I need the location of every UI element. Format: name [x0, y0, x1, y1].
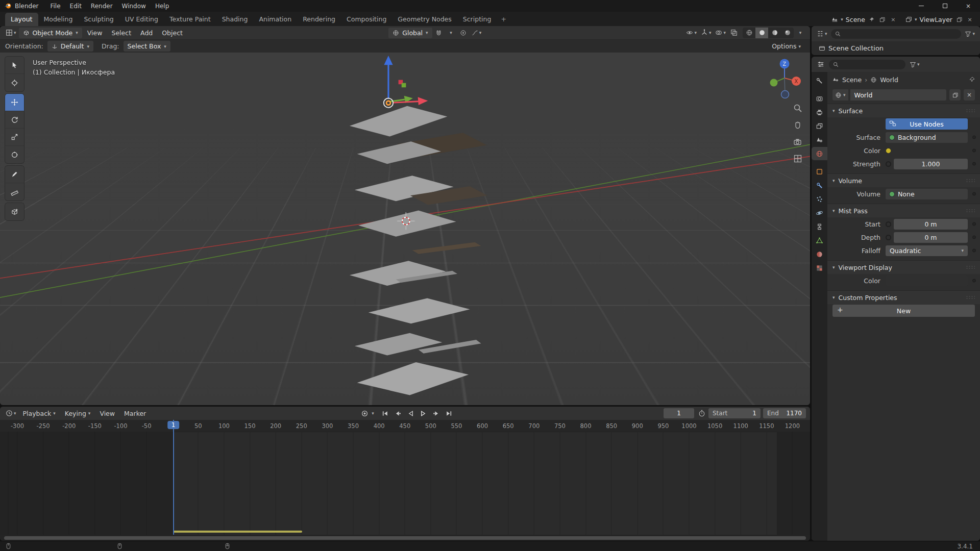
surface-shader-field[interactable]: Background	[886, 132, 968, 143]
world-name-field[interactable]: World	[850, 89, 946, 101]
remove-view-layer-button[interactable]: ×	[966, 15, 974, 23]
properties-tab-texture[interactable]	[812, 261, 827, 274]
gizmos-dropdown[interactable]: ▾	[699, 28, 713, 38]
mist-depth-field[interactable]: 0 m	[894, 232, 968, 243]
workspace-tab[interactable]: Animation	[253, 13, 297, 26]
shading-solid-button[interactable]	[755, 28, 768, 38]
zoom-icon[interactable]	[793, 104, 802, 113]
timeline-scrollbar[interactable]	[4, 536, 806, 540]
mist-falloff-dropdown[interactable]: Quadratic ▾	[886, 245, 968, 256]
tool-cursor[interactable]	[5, 74, 24, 91]
animate-property-dot[interactable]	[972, 162, 976, 166]
properties-tab-object[interactable]	[812, 165, 827, 178]
animate-property-dot[interactable]	[972, 192, 976, 196]
properties-tab-render[interactable]	[812, 92, 827, 105]
properties-tab-constraints[interactable]	[812, 220, 827, 233]
tool-add-cube[interactable]	[5, 203, 24, 220]
proportional-editing-toggle[interactable]	[458, 28, 469, 38]
properties-tab-modifiers[interactable]	[812, 179, 827, 192]
timeline-ruler[interactable]: -300-250-200-150-100-5050100150200250300…	[0, 420, 810, 432]
properties-tab-physics[interactable]	[812, 206, 827, 219]
plane-object[interactable]	[350, 261, 446, 286]
gizmo-x-arrow[interactable]	[394, 102, 419, 103]
viewport-menu-item[interactable]: Add	[136, 28, 157, 38]
view-layer-selector[interactable]: ▾ ViewLayer ×	[902, 14, 977, 24]
menubar-item[interactable]: Window	[117, 1, 151, 11]
mist-start-field[interactable]: 0 m	[894, 219, 968, 230]
properties-filter-button[interactable]: ▾	[908, 59, 921, 70]
overlays-dropdown[interactable]: ▾	[714, 28, 727, 38]
auto-keying-toggle[interactable]	[359, 408, 370, 418]
proportional-falloff-dropdown[interactable]: ▾	[470, 28, 483, 38]
use-nodes-button[interactable]: Use Nodes	[886, 118, 968, 130]
timeline-dopesheet[interactable]	[0, 432, 810, 535]
gizmo-plane-handle-y[interactable]	[402, 83, 406, 88]
add-workspace-button[interactable]: +	[497, 13, 510, 26]
workspace-tab[interactable]: Sculpting	[78, 13, 119, 26]
delete-scene-button[interactable]: ×	[889, 15, 897, 23]
animate-property-dot[interactable]	[972, 279, 976, 283]
properties-tab-world[interactable]	[812, 147, 827, 160]
mist-pass-panel-header[interactable]: ▾ Mist Pass	[827, 204, 980, 217]
shading-rendered-button[interactable]	[781, 28, 794, 38]
editor-type-button[interactable]: ▾	[4, 408, 18, 419]
options-dropdown[interactable]: Options ▾	[768, 41, 805, 52]
volume-panel-header[interactable]: ▾ Volume	[827, 174, 980, 187]
jump-to-start-button[interactable]	[380, 408, 391, 418]
current-frame-field[interactable]: 1	[664, 408, 694, 418]
plane-object-dark[interactable]	[412, 242, 481, 254]
scene-selector[interactable]: ▾ Scene ×	[828, 14, 900, 24]
playhead[interactable]: 1	[173, 420, 174, 535]
workspace-tab[interactable]: UV Editing	[119, 13, 164, 26]
tool-scale[interactable]	[5, 129, 24, 146]
animate-property-dot[interactable]	[972, 136, 976, 139]
object-visibility-dropdown[interactable]: ▾	[684, 28, 698, 38]
color-socket-icon[interactable]	[886, 148, 891, 154]
plane-object[interactable]	[357, 362, 469, 395]
navigation-gizmo[interactable]: Z X	[763, 56, 806, 98]
orientation-setting-dropdown[interactable]: Default ▾	[47, 41, 93, 52]
breadcrumb-world[interactable]: World	[880, 76, 898, 84]
maximize-button[interactable]	[933, 0, 957, 12]
tool-move[interactable]	[5, 94, 24, 111]
tool-transform[interactable]	[5, 146, 24, 163]
editor-type-button[interactable]: ▾	[4, 28, 18, 38]
volume-shader-field[interactable]: None	[886, 189, 968, 199]
workspace-tab[interactable]: Texture Paint	[164, 13, 216, 26]
new-view-layer-button[interactable]	[955, 15, 963, 23]
viewport-menu-item[interactable]: View	[83, 28, 107, 38]
mode-dropdown[interactable]: Object Mode ▾	[19, 28, 82, 38]
add-custom-property-button[interactable]: + New	[832, 305, 975, 317]
browse-world-button[interactable]: ▾	[832, 89, 848, 101]
properties-tab-view-layer[interactable]	[812, 119, 827, 133]
gizmo-y-axis-dot[interactable]	[770, 79, 778, 87]
animate-property-dot[interactable]	[972, 149, 976, 153]
workspace-tab[interactable]: Scripting	[457, 13, 497, 26]
next-keyframe-button[interactable]	[431, 408, 442, 418]
timeline-menu-item[interactable]: Marker	[120, 408, 150, 419]
properties-tab-output[interactable]	[812, 106, 827, 119]
breadcrumb-scene[interactable]: Scene	[842, 76, 862, 84]
properties-tab-object-data[interactable]	[812, 234, 827, 247]
plane-objects[interactable]	[350, 106, 487, 395]
properties-tab-scene[interactable]	[812, 133, 827, 146]
jump-to-end-button[interactable]	[444, 408, 455, 418]
properties-tab-material[interactable]	[812, 247, 827, 261]
snap-dropdown[interactable]: ▾	[446, 28, 457, 38]
viewport-canvas[interactable]: User Perspective (1) Collection | Икосфе…	[0, 53, 810, 405]
pan-hand-icon[interactable]	[793, 120, 802, 130]
outliner-filter-button[interactable]: ▾	[963, 29, 976, 39]
tool-annotate[interactable]	[5, 166, 24, 183]
timeline-menu-item[interactable]: Keying▾	[61, 408, 95, 419]
scene-render[interactable]	[0, 53, 810, 405]
tool-measure[interactable]	[5, 183, 24, 201]
animate-property-dot[interactable]	[972, 222, 976, 226]
ortho-grid-icon[interactable]	[793, 154, 802, 163]
viewport-color-swatch[interactable]	[886, 276, 968, 286]
play-button[interactable]	[418, 408, 429, 418]
menubar-item[interactable]: Help	[151, 1, 174, 11]
workspace-tab[interactable]: Geometry Nodes	[392, 13, 457, 26]
properties-tab-tool[interactable]	[812, 74, 827, 87]
workspace-tab[interactable]: Layout	[5, 13, 38, 26]
menubar-item[interactable]: Edit	[65, 1, 86, 11]
